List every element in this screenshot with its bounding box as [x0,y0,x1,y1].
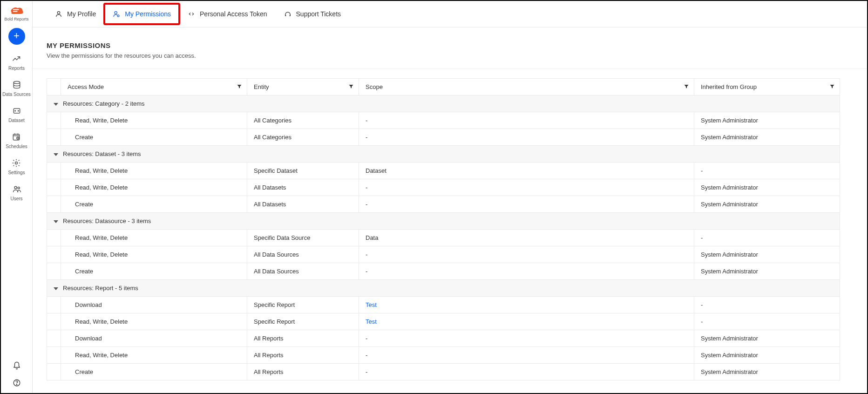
sidebar-item-label: Dataset [8,118,24,123]
tab-my-permissions[interactable]: My Permissions [104,4,179,24]
cell-inherited: System Administrator [694,112,840,129]
group-header-label: Resources: Report - 5 items [63,285,138,292]
cell-access-mode: Read, Write, Delete [61,313,247,330]
row-expand-cell [47,163,61,179]
filter-icon[interactable] [348,83,354,90]
table-row: Read, Write, DeleteSpecific Data SourceD… [47,230,840,246]
tab-my-profile[interactable]: My Profile [47,7,104,21]
cell-entity: All Reports [247,347,359,364]
filter-icon[interactable] [684,83,689,90]
collapse-caret-icon[interactable] [54,287,58,290]
svg-point-9 [14,186,17,189]
cell-scope: - [359,196,694,213]
tabs: My Profile My Permissions Personal Acces… [33,1,867,27]
col-expand-header [47,79,61,95]
col-scope-header[interactable]: Scope [359,79,694,95]
row-expand-cell [47,179,61,196]
help-button[interactable] [13,379,21,388]
col-label: Inherited from Group [701,83,757,90]
sidebar-item-label: Data Sources [2,92,31,97]
cell-access-mode: Read, Write, Delete [61,112,247,129]
plus-icon: + [14,31,20,41]
notifications-button[interactable] [13,361,21,371]
svg-point-12 [16,384,17,385]
page-title: MY PERMISSIONS [47,41,853,49]
sidebar-item-datasources[interactable]: Data Sources [2,80,31,97]
cell-entity: Specific Dataset [247,163,359,179]
table-row: Read, Write, DeleteAll Datasets-System A… [47,179,840,196]
table-row: DownloadSpecific ReportTest- [47,297,840,313]
add-button[interactable]: + [8,28,25,45]
permissions-table: Access Mode Entity Scope [47,78,840,380]
row-expand-cell [47,263,61,280]
filter-icon[interactable] [829,83,835,90]
col-inherited-header[interactable]: Inherited from Group [694,79,840,95]
group-header-label: Resources: Category - 2 items [63,100,145,107]
sidebar-item-settings[interactable]: Settings [8,158,25,175]
sidebar-item-label: Schedules [6,144,27,149]
collapse-caret-icon[interactable] [54,220,58,223]
svg-point-13 [57,12,60,14]
help-icon [13,379,21,387]
tab-label: Support Tickets [296,10,341,18]
col-access-header[interactable]: Access Mode [61,79,247,95]
cell-access-mode: Create [61,364,247,380]
cell-scope: - [359,246,694,263]
tab-support-tickets[interactable]: Support Tickets [276,7,350,21]
collapse-caret-icon[interactable] [54,153,58,156]
table-row: Read, Write, DeleteAll Data Sources-Syst… [47,246,840,263]
support-icon [284,10,292,18]
cell-entity: Specific Report [247,297,359,313]
svg-point-14 [115,12,117,14]
scope-link[interactable]: Test [366,301,377,308]
cell-inherited: System Administrator [694,179,840,196]
sidebar-item-dataset[interactable]: Dataset [8,106,24,123]
group-row[interactable]: Resources: Category - 2 items [47,95,840,112]
col-label: Entity [254,83,269,90]
filter-icon[interactable] [237,83,242,90]
table-row: Read, Write, DeleteSpecific ReportTest- [47,313,840,330]
cell-access-mode: Download [61,297,247,313]
group-row[interactable]: Resources: Report - 5 items [47,280,840,297]
sidebar-item-reports[interactable]: Reports [8,54,25,71]
cell-entity: All Categories [247,112,359,129]
table-row: DownloadAll Reports-System Administrator [47,330,840,347]
scope-link[interactable]: Test [366,318,377,325]
sidebar-item-users[interactable]: Users [10,184,22,201]
datasources-icon [12,80,21,89]
cell-inherited: System Administrator [694,330,840,347]
sidebar-item-schedules[interactable]: Schedules [6,132,27,149]
group-row[interactable]: Resources: Dataset - 3 items [47,146,840,163]
sidebar-item-label: Users [10,196,22,201]
table-row: CreateAll Reports-System Administrator [47,364,840,380]
tab-personal-access-token[interactable]: Personal Access Token [179,7,276,21]
cell-scope: - [359,179,694,196]
col-entity-header[interactable]: Entity [247,79,359,95]
row-expand-cell [47,297,61,313]
group-header-label: Resources: Datasource - 3 items [63,217,151,224]
cell-access-mode: Read, Write, Delete [61,163,247,179]
row-expand-cell [47,313,61,330]
table-row: CreateAll Data Sources-System Administra… [47,263,840,280]
reports-icon [12,54,21,63]
svg-point-2 [14,82,20,84]
group-row[interactable]: Resources: Datasource - 3 items [47,213,840,230]
svg-rect-0 [13,9,19,10]
table-row: Read, Write, DeleteAll Reports-System Ad… [47,347,840,364]
bell-icon [13,361,21,370]
tab-label: My Permissions [125,10,171,18]
row-expand-cell [47,246,61,263]
sidebar: Bold Reports + Reports Data Sources Data… [1,1,33,393]
table-row: CreateAll Categories-System Administrato… [47,129,840,146]
cell-inherited: - [694,230,840,246]
cell-inherited: System Administrator [694,246,840,263]
svg-point-5 [18,110,19,111]
page-header: MY PERMISSIONS View the permissions for … [33,27,867,69]
collapse-caret-icon[interactable] [54,103,58,106]
permissions-icon [113,10,120,18]
cell-inherited: System Administrator [694,347,840,364]
cell-access-mode: Download [61,330,247,347]
content: Access Mode Entity Scope [33,69,867,393]
cell-inherited: - [694,297,840,313]
cell-entity: All Data Sources [247,263,359,280]
